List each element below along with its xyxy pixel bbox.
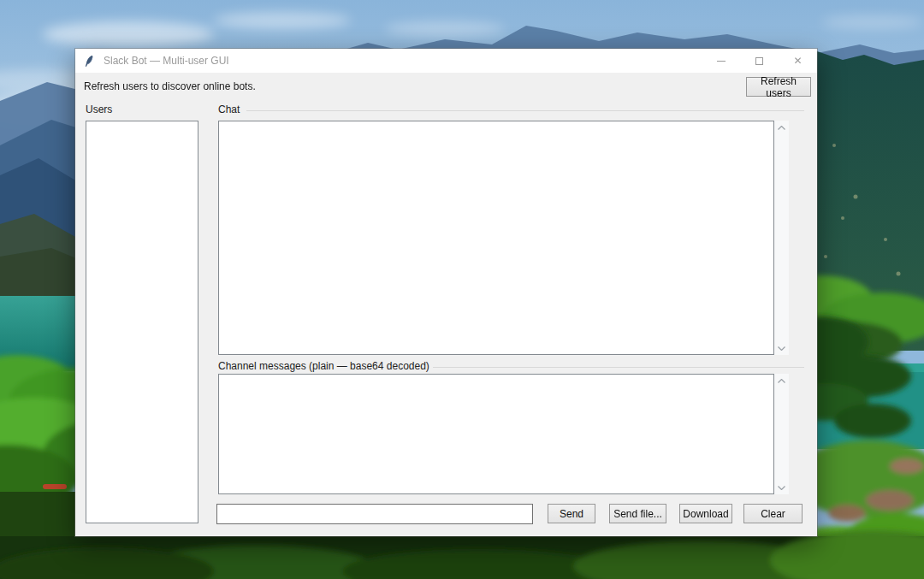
send-file-button[interactable]: Send file... [609, 504, 666, 523]
chevron-down-icon[interactable] [774, 341, 789, 355]
channel-frame-border [428, 367, 804, 368]
chat-panel-label: Chat [218, 103, 243, 115]
tk-feather-icon [83, 55, 96, 68]
refresh-users-button[interactable]: Refresh users [746, 77, 811, 97]
titlebar[interactable]: Slack Bot — Multi-user GUI ✕ [75, 49, 817, 73]
minimize-icon [717, 61, 726, 62]
maximize-icon [755, 57, 763, 65]
channel-panel-label: Channel messages (plain — base64 decoded… [218, 360, 433, 372]
close-button[interactable]: ✕ [779, 49, 817, 73]
channel-text-area[interactable] [218, 374, 774, 494]
close-icon: ✕ [793, 56, 802, 66]
chat-frame-border [246, 110, 804, 111]
users-panel-label: Users [86, 103, 116, 115]
minimize-button[interactable] [702, 49, 740, 73]
chat-scrollbar[interactable] [774, 121, 789, 355]
app-window: Slack Bot — Multi-user GUI ✕ Refresh use… [75, 49, 817, 536]
status-label: Refresh users to discover online bots. [84, 80, 256, 92]
maximize-button[interactable] [740, 49, 779, 73]
message-input[interactable] [216, 504, 533, 524]
users-listbox[interactable] [86, 121, 198, 523]
chevron-down-icon[interactable] [774, 481, 789, 494]
clear-button[interactable]: Clear [743, 504, 803, 523]
window-controls: ✕ [702, 49, 817, 73]
chevron-up-icon[interactable] [774, 374, 789, 387]
chat-text-area[interactable] [218, 121, 774, 355]
chevron-up-icon[interactable] [774, 121, 789, 134]
download-button[interactable]: Download [679, 504, 732, 523]
send-button[interactable]: Send [548, 504, 595, 523]
desktop: Slack Bot — Multi-user GUI ✕ Refresh use… [0, 0, 924, 579]
channel-scrollbar[interactable] [774, 374, 789, 494]
window-title: Slack Bot — Multi-user GUI [104, 55, 229, 67]
